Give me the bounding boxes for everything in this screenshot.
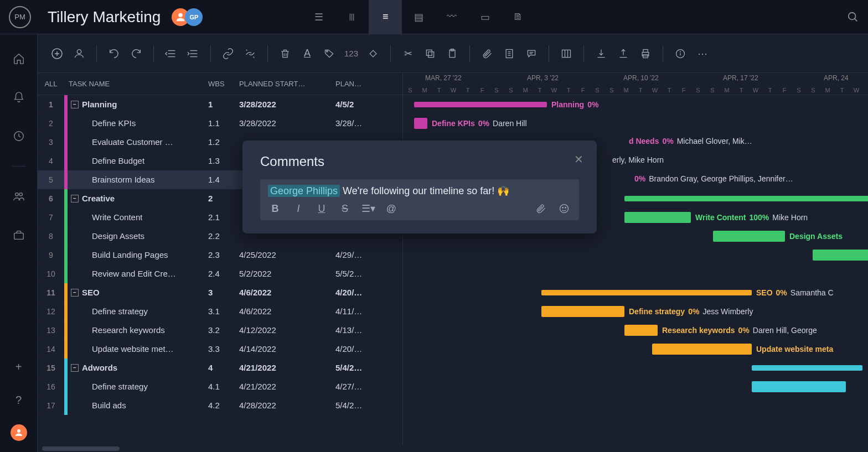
gantt-bar[interactable]: Design Assets	[713, 231, 785, 242]
task-name-cell[interactable]: −Adwords	[64, 359, 208, 377]
milestone-icon[interactable]	[366, 48, 380, 59]
table-row[interactable]: 10Review and Edit Cre…2.45/2/20225/5/2…	[38, 264, 402, 283]
gantt-row[interactable]	[403, 396, 868, 415]
unlink-icon[interactable]	[243, 48, 257, 60]
view-gantt-icon[interactable]: ≡	[369, 0, 402, 34]
paste-icon[interactable]	[445, 48, 459, 59]
attach-icon[interactable]	[480, 48, 494, 59]
table-row[interactable]: 16Define strategy4.14/21/20224/27/…	[38, 377, 402, 396]
clock-icon[interactable]	[10, 127, 28, 145]
task-name-cell[interactable]: Define strategy	[64, 302, 208, 321]
horizontal-scrollbar[interactable]	[38, 445, 868, 452]
gantt-bar[interactable]: Update website meta	[652, 344, 752, 355]
import-icon[interactable]	[594, 48, 608, 59]
gantt-bar[interactable]: Research keywords0%Daren Hill, George	[624, 325, 658, 336]
task-name-cell[interactable]: Review and Edit Cre…	[64, 264, 208, 283]
search-icon[interactable]	[847, 11, 859, 23]
view-activity-icon[interactable]: 〰	[435, 0, 468, 34]
task-name-cell[interactable]: −Creative	[64, 189, 208, 208]
home-icon[interactable]	[10, 50, 28, 67]
notes-icon[interactable]	[502, 48, 516, 59]
col-header-wbs[interactable]: WBS	[208, 80, 239, 88]
col-header-start[interactable]: PLANNED START…	[239, 80, 335, 88]
avatar-user-2[interactable]: GP	[185, 8, 203, 26]
outdent-icon[interactable]	[164, 48, 178, 60]
table-row[interactable]: 12Define strategy3.14/6/20224/11/…	[38, 302, 402, 321]
view-calendar-icon[interactable]: ▭	[468, 0, 502, 34]
indent-icon[interactable]	[186, 48, 200, 60]
toolbar-number[interactable]: 123	[344, 49, 358, 58]
col-header-name[interactable]: TASK NAME	[64, 80, 208, 88]
task-name-cell[interactable]: Research keywords	[64, 321, 208, 340]
gantt-bar[interactable]: Define strategy0%Jess Wimberly	[541, 306, 624, 317]
export-icon[interactable]	[616, 48, 631, 59]
assign-icon[interactable]	[72, 48, 86, 60]
add-task-icon[interactable]	[50, 47, 64, 60]
add-icon[interactable]: +	[10, 358, 28, 376]
copy-icon[interactable]	[423, 48, 437, 59]
team-icon[interactable]	[10, 188, 28, 205]
scrollbar-thumb[interactable]	[42, 446, 120, 451]
cut-icon[interactable]: ✂	[401, 48, 415, 60]
table-row[interactable]: 11−SEO34/6/20224/20/…	[38, 283, 402, 302]
task-name-cell[interactable]: Evaluate Customer …	[64, 133, 208, 152]
comment-text[interactable]: George Phillips We're following our time…	[268, 185, 571, 197]
task-name-cell[interactable]: Update website met…	[64, 340, 208, 359]
redo-icon[interactable]	[129, 48, 143, 60]
info-icon[interactable]	[673, 48, 688, 59]
gantt-row[interactable]: Update website meta	[403, 340, 868, 359]
undo-icon[interactable]	[107, 48, 121, 60]
view-list-icon[interactable]: ☰	[302, 0, 335, 34]
close-icon[interactable]: ✕	[574, 153, 583, 166]
delete-icon[interactable]	[278, 48, 292, 59]
avatar-current-user[interactable]	[11, 424, 27, 441]
gantt-row[interactable]: Research keywords0%Daren Hill, George	[403, 321, 868, 340]
task-name-cell[interactable]: Design Assets	[64, 227, 208, 246]
gantt-row[interactable]	[403, 359, 868, 377]
table-row[interactable]: 14Update website met…3.34/14/20224/20/…	[38, 340, 402, 359]
tag-icon[interactable]	[322, 48, 337, 59]
underline-icon[interactable]: U	[314, 203, 329, 215]
attachment-icon[interactable]	[534, 203, 548, 214]
view-file-icon[interactable]: 🗎	[502, 0, 535, 34]
task-name-cell[interactable]: Define Budget	[64, 152, 208, 170]
task-name-cell[interactable]: Build Landing Pages	[64, 246, 208, 264]
gantt-bar[interactable]	[813, 250, 868, 261]
list-icon[interactable]: ☰▾	[361, 202, 375, 215]
emoji-icon[interactable]	[557, 203, 571, 214]
comment-icon[interactable]	[524, 48, 539, 59]
comment-input[interactable]: George Phillips We're following our time…	[260, 179, 579, 220]
collapse-icon[interactable]: −	[71, 364, 79, 372]
task-name-cell[interactable]: Brainstorm Ideas	[64, 170, 208, 189]
collapse-icon[interactable]: −	[71, 289, 79, 297]
mention-tag[interactable]: George Phillips	[268, 185, 340, 197]
col-header-plan[interactable]: PLAN…	[335, 80, 389, 88]
italic-icon[interactable]: I	[291, 203, 306, 215]
table-row[interactable]: 13Research keywords3.24/12/20224/13/…	[38, 321, 402, 340]
bold-icon[interactable]: B	[268, 203, 282, 215]
table-row[interactable]: 1−Planning13/28/20224/5/2	[38, 95, 402, 114]
gantt-bar[interactable]: SEO0%Samantha C	[541, 290, 752, 295]
task-name-cell[interactable]: Build ads	[64, 396, 208, 415]
collapse-icon[interactable]: −	[71, 195, 79, 202]
task-name-cell[interactable]: Define KPIs	[64, 114, 208, 133]
gantt-row[interactable]	[403, 264, 868, 283]
help-icon[interactable]: ?	[10, 391, 28, 409]
gantt-row[interactable]: SEO0%Samantha C	[403, 283, 868, 302]
briefcase-icon[interactable]	[10, 226, 28, 244]
columns-icon[interactable]	[559, 48, 574, 59]
strike-icon[interactable]: S	[338, 203, 352, 215]
text-style-icon[interactable]: A	[300, 48, 314, 59]
gantt-row[interactable]: Planning0%	[403, 95, 868, 114]
col-header-all[interactable]: ALL	[38, 80, 64, 88]
avatar-group[interactable]: GP	[172, 8, 203, 26]
collapse-icon[interactable]: −	[71, 101, 79, 108]
link-icon[interactable]	[221, 48, 235, 60]
gantt-bar[interactable]	[752, 365, 862, 371]
bell-icon[interactable]	[10, 89, 28, 106]
table-row[interactable]: 2Define KPIs1.13/28/20223/28/…	[38, 114, 402, 133]
table-row[interactable]: 17Build ads4.24/28/20225/4/2…	[38, 396, 402, 415]
table-row[interactable]: 9Build Landing Pages2.34/25/20224/29/…	[38, 246, 402, 264]
app-logo[interactable]: PM	[9, 6, 31, 28]
table-row[interactable]: 15−Adwords44/21/20225/4/2…	[38, 359, 402, 377]
